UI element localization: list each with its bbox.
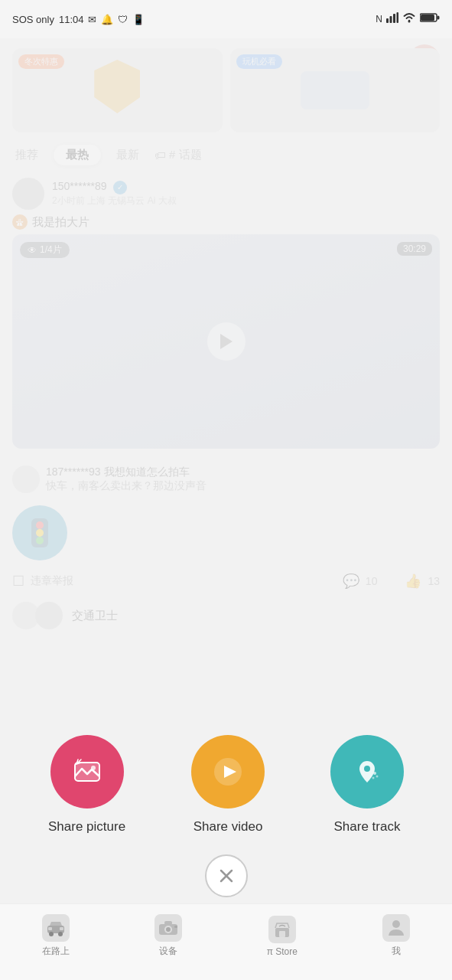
time-label: 11:04 xyxy=(59,14,84,25)
share-track-label: Share track xyxy=(334,819,401,835)
share-options-row: Share picture Share video xyxy=(0,704,452,842)
store-icon xyxy=(268,916,296,943)
nav-label-store: π Store xyxy=(267,946,298,957)
svg-rect-27 xyxy=(48,927,52,930)
shield-icon-status: 🛡 xyxy=(118,14,128,25)
nav-label-driving: 在路上 xyxy=(42,945,70,958)
nfc-icon: N xyxy=(376,14,382,24)
svg-marker-24 xyxy=(50,922,62,926)
sos-label: SOS only xyxy=(12,14,54,25)
svg-point-17 xyxy=(364,766,370,772)
svg-point-25 xyxy=(49,932,54,936)
svg-point-36 xyxy=(392,920,400,928)
sim-icon: 📱 xyxy=(132,14,145,25)
share-video-icon[interactable] xyxy=(191,735,265,808)
wifi-icon xyxy=(402,12,416,26)
svg-point-18 xyxy=(373,772,376,775)
nav-item-device[interactable]: 设备 xyxy=(154,914,182,958)
svg-point-26 xyxy=(58,932,63,936)
svg-rect-6 xyxy=(421,15,434,21)
svg-rect-2 xyxy=(393,14,395,23)
nav-item-profile[interactable]: 我 xyxy=(382,914,410,958)
svg-rect-1 xyxy=(390,16,392,23)
camera-icon xyxy=(154,914,182,942)
share-track-icon[interactable] xyxy=(330,735,404,808)
share-picture-icon[interactable] xyxy=(50,735,124,808)
car-icon xyxy=(42,914,70,942)
svg-rect-3 xyxy=(397,12,399,23)
status-left: SOS only 11:04 ✉ 🔔 🛡 📱 xyxy=(12,14,145,25)
svg-rect-35 xyxy=(279,931,285,937)
svg-rect-32 xyxy=(164,921,172,925)
svg-point-4 xyxy=(408,21,411,23)
signal-bars-icon xyxy=(386,12,398,26)
share-picture-option[interactable]: Share picture xyxy=(48,735,125,835)
close-button[interactable] xyxy=(205,854,248,897)
svg-rect-0 xyxy=(386,18,389,23)
person-icon xyxy=(382,914,410,942)
share-picture-label: Share picture xyxy=(48,819,125,835)
svg-point-20 xyxy=(372,777,375,779)
status-right: N xyxy=(376,12,440,26)
nav-label-device: 设备 xyxy=(159,945,177,958)
bottom-nav: 在路上 设备 π Store xyxy=(0,903,452,980)
svg-point-14 xyxy=(91,766,96,770)
svg-point-19 xyxy=(376,776,379,778)
status-bar: SOS only 11:04 ✉ 🔔 🛡 📱 N xyxy=(0,0,452,38)
share-track-option[interactable]: Share track xyxy=(330,735,404,835)
svg-rect-28 xyxy=(60,927,63,930)
svg-rect-33 xyxy=(174,926,177,928)
nav-item-store[interactable]: π Store xyxy=(267,916,298,957)
svg-point-31 xyxy=(166,927,171,932)
mail-icon: ✉ xyxy=(88,14,96,25)
share-video-option[interactable]: Share video xyxy=(191,735,265,835)
bell-icon: 🔔 xyxy=(101,14,113,25)
battery-icon xyxy=(420,12,440,26)
share-video-label: Share video xyxy=(193,819,263,835)
nav-label-profile: 我 xyxy=(392,945,401,958)
svg-rect-7 xyxy=(437,16,440,20)
nav-item-driving[interactable]: 在路上 xyxy=(42,914,70,958)
share-modal: Share picture Share video xyxy=(0,704,452,842)
